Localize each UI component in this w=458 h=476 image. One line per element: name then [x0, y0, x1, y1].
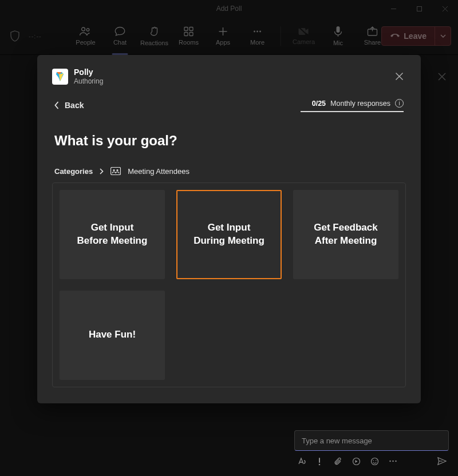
priority-icon[interactable]	[315, 457, 324, 466]
svg-point-35	[395, 461, 396, 462]
attach-icon[interactable]	[333, 457, 342, 466]
svg-point-32	[375, 460, 376, 461]
close-icon	[395, 72, 404, 81]
svg-point-33	[389, 461, 390, 462]
breadcrumb-root[interactable]: Categories	[54, 167, 93, 176]
quota-block: 0/25 Monthly responses i	[301, 99, 404, 112]
quota-label: Monthly responses	[330, 100, 390, 108]
quota-progress-bar	[301, 111, 404, 112]
back-label: Back	[65, 101, 84, 110]
more-icon[interactable]	[388, 457, 397, 466]
modal-overlay: Polly Authoring Back 0/25 Monthly respon…	[0, 0, 458, 476]
card-grid: Get Input Before Meeting Get Input Durin…	[60, 190, 398, 380]
card-label: Get Input During Meeting	[194, 221, 264, 248]
breadcrumb-leaf: Meeting Attendees	[128, 167, 189, 176]
quota-count: 0/25	[312, 100, 326, 108]
card-label: Get Feedback After Meeting	[314, 221, 378, 248]
loop-icon[interactable]	[352, 457, 361, 466]
goal-card-after-meeting[interactable]: Get Feedback After Meeting	[293, 190, 398, 279]
goal-card-before-meeting[interactable]: Get Input Before Meeting	[60, 190, 165, 279]
format-icon[interactable]	[297, 457, 306, 466]
card-label: Get Input Before Meeting	[77, 221, 148, 248]
chevron-right-icon	[100, 168, 104, 174]
attendees-icon	[110, 167, 121, 175]
breadcrumb: Categories Meeting Attendees	[52, 167, 406, 176]
quota-row: 0/25 Monthly responses i	[312, 99, 404, 108]
message-input-container[interactable]	[294, 430, 449, 451]
app-titles: Polly Authoring	[74, 68, 103, 85]
app-subtitle: Authoring	[74, 77, 103, 85]
svg-point-31	[373, 460, 374, 461]
compose-toolbar	[294, 457, 449, 468]
polly-modal: Polly Authoring Back 0/25 Monthly respon…	[37, 55, 421, 403]
compose-area	[294, 430, 449, 468]
svg-point-34	[392, 461, 393, 462]
svg-point-25	[113, 169, 115, 171]
modal-subheader: Back 0/25 Monthly responses i	[52, 99, 406, 112]
info-icon[interactable]: i	[395, 99, 404, 108]
back-button[interactable]: Back	[54, 101, 84, 110]
modal-heading: What is your goal?	[52, 133, 406, 149]
card-label: Have Fun!	[89, 328, 136, 342]
svg-rect-24	[111, 168, 121, 175]
chevron-left-icon	[54, 101, 59, 109]
modal-header: Polly Authoring	[52, 68, 406, 85]
emoji-icon[interactable]	[370, 457, 379, 466]
modal-close-button[interactable]	[393, 70, 406, 83]
message-input[interactable]	[302, 437, 441, 445]
polly-app-icon	[52, 69, 68, 85]
svg-point-30	[371, 458, 378, 465]
card-grid-container: Get Input Before Meeting Get Input Durin…	[52, 183, 406, 387]
goal-card-during-meeting[interactable]: Get Input During Meeting	[176, 190, 282, 279]
svg-point-26	[117, 169, 119, 171]
send-button[interactable]	[437, 457, 447, 466]
svg-point-28	[319, 463, 321, 465]
svg-rect-27	[319, 458, 320, 463]
goal-card-have-fun[interactable]: Have Fun!	[60, 291, 165, 380]
app-name: Polly	[74, 68, 103, 77]
